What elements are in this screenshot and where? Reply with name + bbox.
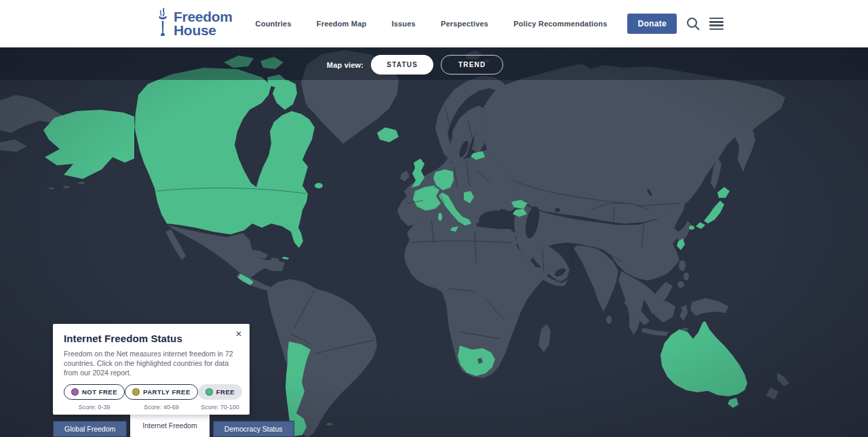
legend-description: Freedom on the Net measures internet fre… xyxy=(64,349,239,377)
map-view-label: Map view: xyxy=(327,61,363,69)
freedom-house-logo[interactable]: Freedom House xyxy=(156,7,233,40)
nav-item-issues[interactable]: Issues xyxy=(391,20,415,28)
tab-internet-freedom[interactable]: Internet Freedom xyxy=(130,414,210,437)
internet-freedom-legend-card: Internet Freedom Status ✕ Freedom on the… xyxy=(53,324,250,415)
trend-toggle-button[interactable]: TREND xyxy=(441,55,503,75)
partly-free-score-range: Score: 40-69 xyxy=(144,404,179,411)
legend-pill-not-free[interactable]: NOT FREE xyxy=(64,384,125,400)
country-australia xyxy=(660,321,747,396)
legend-categories: NOT FREE Score: 0-39 PARTLY FREE Score: … xyxy=(64,384,239,411)
legend-pill-partly-free[interactable]: PARTLY FREE xyxy=(125,384,198,400)
madagascar xyxy=(538,324,551,352)
torch-icon xyxy=(156,7,170,40)
country-japan xyxy=(717,187,730,198)
not-free-dot-icon xyxy=(71,388,79,396)
country-iceland xyxy=(377,127,399,142)
country-alaska xyxy=(43,110,134,179)
nav-item-countries[interactable]: Countries xyxy=(256,20,292,28)
partly-free-dot-icon xyxy=(132,388,140,396)
new-zealand xyxy=(777,373,789,386)
free-score-range: Score: 70-100 xyxy=(201,404,239,411)
search-icon[interactable] xyxy=(686,16,701,31)
ireland xyxy=(400,171,410,182)
nav-item-policy-recommendations[interactable]: Policy Recommendations xyxy=(513,20,607,28)
menu-icon[interactable] xyxy=(709,18,724,30)
logo-text: Freedom House xyxy=(174,10,233,37)
world-map-area: Map view: STATUS TREND Internet Freedom … xyxy=(0,47,868,437)
status-toggle-button[interactable]: STATUS xyxy=(371,55,433,75)
tab-global-freedom[interactable]: Global Freedom xyxy=(53,421,127,437)
legend-title: Internet Freedom Status xyxy=(64,333,239,344)
map-dataset-tabs: Global Freedom Internet Freedom Democrac… xyxy=(53,414,294,437)
legend-pill-free[interactable]: FREE xyxy=(198,384,242,400)
free-dot-icon xyxy=(205,388,213,396)
close-icon[interactable]: ✕ xyxy=(235,330,242,338)
not-free-score-range: Score: 0-39 xyxy=(79,404,111,411)
main-nav: Countries Freedom Map Issues Perspective… xyxy=(256,20,608,28)
map-view-bar: Map view: STATUS TREND xyxy=(0,55,849,75)
nav-item-perspectives[interactable]: Perspectives xyxy=(441,20,488,28)
site-header: Freedom House Countries Freedom Map Issu… xyxy=(0,0,868,47)
tab-democracy-status[interactable]: Democracy Status xyxy=(213,421,294,437)
siberia xyxy=(480,64,785,224)
donate-button[interactable]: Donate xyxy=(627,14,676,34)
nav-item-freedom-map[interactable]: Freedom Map xyxy=(317,20,367,28)
